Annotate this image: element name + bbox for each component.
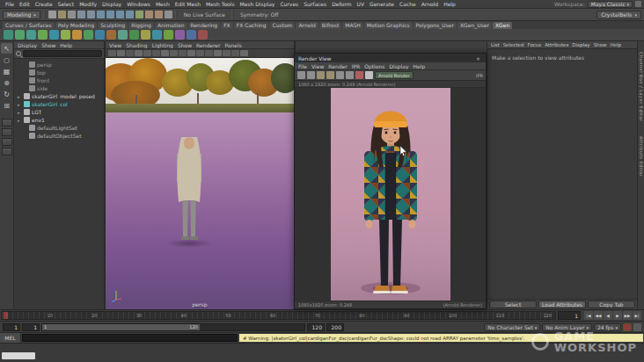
viewport-menu-item[interactable]: Show xyxy=(176,42,194,48)
outliner-item[interactable]: defaultLightSet xyxy=(14,124,104,132)
region-render-icon[interactable] xyxy=(336,71,344,79)
menu-item[interactable]: Surfaces xyxy=(301,1,329,7)
render-view-titlebar[interactable]: Render View xyxy=(295,54,486,62)
menu-item[interactable]: UV xyxy=(355,1,368,7)
menu-item[interactable]: Arnold xyxy=(419,1,441,7)
menu-item[interactable]: Help xyxy=(441,1,458,7)
shelf-tool-icon[interactable] xyxy=(15,30,25,40)
undo-icon[interactable] xyxy=(77,11,85,18)
expand-arrow-icon[interactable]: ▸ xyxy=(18,118,22,123)
shelf-tool-icon[interactable] xyxy=(4,30,13,40)
workspace-select[interactable]: Maya Classic xyxy=(588,1,633,8)
single-pane-layout-button[interactable] xyxy=(2,119,12,127)
menu-item[interactable]: Windows xyxy=(124,1,153,7)
viewport-canvas[interactable]: persp xyxy=(106,58,294,309)
sidebar-vertical-tab[interactable]: Attribute Editor xyxy=(639,136,644,177)
viewport-toolbar-icon[interactable] xyxy=(240,50,248,56)
go-to-start-button[interactable]: |◀ xyxy=(584,311,593,320)
ipr-render-icon[interactable] xyxy=(155,11,163,18)
viewport-toolbar-icon[interactable] xyxy=(135,50,143,56)
outliner-search-input[interactable] xyxy=(23,50,102,57)
playback-end-field[interactable]: 120 xyxy=(307,323,325,331)
outliner-item[interactable]: side xyxy=(14,84,104,92)
viewport-toolbar-icon[interactable] xyxy=(143,50,151,56)
renderer-select[interactable]: Arnold Render xyxy=(375,71,413,79)
lasso-tool-button[interactable]: ○ xyxy=(1,54,12,65)
viewport-toolbar-icon[interactable] xyxy=(108,50,116,56)
menu-item[interactable]: Generate xyxy=(367,1,397,7)
attribute-editor-menu-item[interactable]: List xyxy=(489,42,501,47)
outliner-item[interactable]: ▸ LGT xyxy=(14,108,104,116)
move-tool-button[interactable]: ⊕ xyxy=(1,77,12,88)
animation-preferences-icon[interactable] xyxy=(633,323,641,331)
shelf-tab[interactable]: Poly Modeling xyxy=(55,22,98,29)
attribute-editor-menu-item[interactable]: Attributes xyxy=(543,42,570,47)
animation-end-field[interactable]: 200 xyxy=(326,323,344,331)
render-current-frame-icon[interactable] xyxy=(145,11,153,18)
status-group-divider[interactable] xyxy=(231,11,234,19)
shelf-tab[interactable]: Animation xyxy=(155,22,187,29)
menu-item[interactable]: Mesh Tools xyxy=(203,1,237,7)
expand-arrow-icon[interactable]: ▸ xyxy=(18,110,22,115)
shelf-tab[interactable]: Motion Graphics xyxy=(364,22,413,29)
snap-to-point-icon[interactable] xyxy=(116,11,124,18)
shelf-tool-icon[interactable] xyxy=(38,30,48,40)
paint-select-tool-button[interactable]: ▦ xyxy=(1,66,12,76)
render-view-menu-item[interactable]: Options xyxy=(362,63,386,69)
attribute-editor-button[interactable]: Select xyxy=(489,300,537,308)
render-view-window[interactable]: Render View FileViewRenderIPROptionsDisp… xyxy=(294,53,487,309)
snap-to-grid-icon[interactable] xyxy=(97,11,105,18)
viewport-menu-item[interactable]: Lighting xyxy=(150,42,175,48)
shelf-tool-icon[interactable] xyxy=(175,30,185,40)
open-scene-icon[interactable] xyxy=(58,11,66,18)
render-view-menu-item[interactable]: IPR xyxy=(350,63,362,69)
shelf-tab[interactable]: FX Caching xyxy=(234,22,269,29)
menu-item[interactable]: Deform xyxy=(329,1,354,7)
shelf-tab[interactable]: Curves / Surfaces xyxy=(3,22,55,29)
snap-to-curve-icon[interactable] xyxy=(106,11,114,18)
viewport-toolbar-icon[interactable] xyxy=(152,50,160,56)
shelf-tab[interactable]: XGen_User xyxy=(457,22,492,29)
lock-icon[interactable] xyxy=(635,1,641,7)
viewport-menu-item[interactable]: Shading xyxy=(124,42,149,48)
outliner-item[interactable]: ▸ skaterGirl_col xyxy=(14,100,104,108)
select-tool-button[interactable]: ↖ xyxy=(1,43,12,54)
four-pane-layout-button[interactable] xyxy=(2,128,12,136)
alpha-channel-icon[interactable] xyxy=(365,71,373,79)
menu-item[interactable]: Modify xyxy=(77,1,99,7)
redo-icon[interactable] xyxy=(87,11,95,18)
range-slider-track[interactable]: 1 120 xyxy=(41,323,305,331)
menu-item[interactable]: File xyxy=(3,1,17,7)
snap-to-plane-icon[interactable] xyxy=(126,11,134,18)
mel-command-input[interactable] xyxy=(22,334,238,342)
character-set-select[interactable]: No Character Set xyxy=(484,323,540,331)
sidebar-vertical-tab[interactable]: Channel Box / Layer Editor xyxy=(639,52,644,122)
outliner-item[interactable]: ▸ skaterGirl_model_posed xyxy=(14,92,104,100)
menu-item[interactable]: Edit xyxy=(17,1,33,7)
attribute-editor-button[interactable]: Load Attributes xyxy=(538,300,586,308)
menu-item[interactable]: Mesh xyxy=(153,1,172,7)
shelf-tool-icon[interactable] xyxy=(118,30,128,40)
outliner-menu-item[interactable]: Show xyxy=(40,42,57,48)
expand-arrow-icon[interactable]: ▸ xyxy=(18,102,22,107)
render-image-area[interactable] xyxy=(295,88,486,300)
shelf-tool-icon[interactable] xyxy=(26,30,36,40)
play-backwards-button[interactable]: ◀ xyxy=(604,311,612,320)
viewport-toolbar-icon[interactable] xyxy=(170,50,178,56)
scale-tool-button[interactable]: ⊞ xyxy=(1,100,12,111)
viewport-toolbar-icon[interactable] xyxy=(223,50,231,56)
step-forward-frame-button[interactable]: ▶▶ xyxy=(623,311,632,320)
two-pane-layout-button[interactable] xyxy=(2,138,12,146)
play-forwards-button[interactable]: ▶ xyxy=(613,311,622,320)
shelf-tool-icon[interactable] xyxy=(152,30,162,40)
make-live-icon[interactable] xyxy=(135,11,143,18)
menu-item[interactable]: Curves xyxy=(277,1,301,7)
playback-start-field[interactable]: 1 xyxy=(22,323,40,331)
viewport-toolbar-icon[interactable] xyxy=(161,50,169,56)
viewport-menu-item[interactable]: Panels xyxy=(223,42,243,48)
viewport-toolbar-icon[interactable] xyxy=(126,50,134,56)
shelf-tool-icon[interactable] xyxy=(84,30,93,40)
mel-mode-toggle[interactable]: MEL xyxy=(0,333,21,343)
current-frame-field[interactable]: 1 xyxy=(558,311,581,320)
outliner-menu-item[interactable]: Display xyxy=(16,42,39,48)
